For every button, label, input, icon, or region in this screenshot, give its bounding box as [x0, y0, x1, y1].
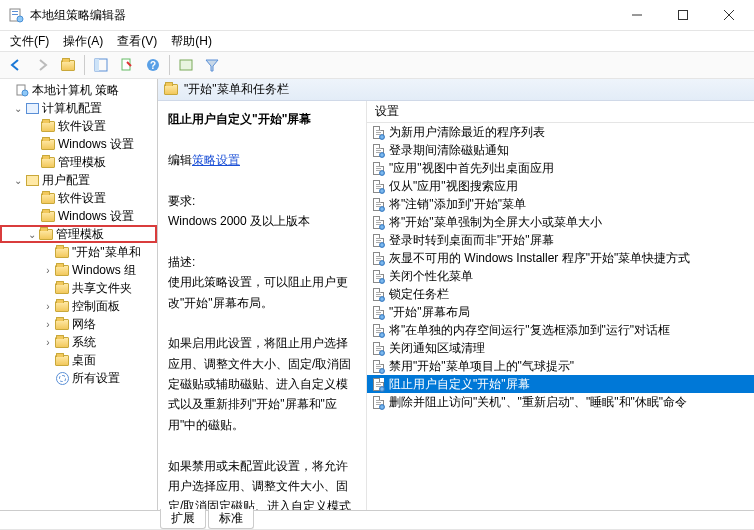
menu-file[interactable]: 文件(F): [4, 31, 55, 52]
tree-item[interactable]: 软件设置: [0, 189, 157, 207]
policy-icon: [371, 161, 385, 175]
settings-label: 仅从"应用"视图搜索应用: [389, 178, 518, 195]
tree-item[interactable]: 共享文件夹: [0, 279, 157, 297]
tree-item[interactable]: ›Windows 组: [0, 261, 157, 279]
export-list-button[interactable]: [115, 54, 139, 76]
settings-label: 锁定任务栏: [389, 286, 449, 303]
settings-header[interactable]: 设置: [367, 101, 754, 123]
description-label: 描述:: [168, 255, 195, 269]
settings-label: 关闭个性化菜单: [389, 268, 473, 285]
policy-icon: [371, 305, 385, 319]
app-icon: [8, 7, 24, 23]
settings-row[interactable]: 阻止用户自定义"开始"屏幕: [367, 375, 754, 393]
policy-icon: [371, 179, 385, 193]
policy-icon: [371, 215, 385, 229]
settings-list[interactable]: 为新用户清除最近的程序列表登录期间清除磁贴通知"应用"视图中首先列出桌面应用仅从…: [367, 123, 754, 510]
settings-label: "应用"视图中首先列出桌面应用: [389, 160, 554, 177]
tree-item[interactable]: Windows 设置: [0, 207, 157, 225]
tree-item[interactable]: 桌面: [0, 351, 157, 369]
tree-start-menu[interactable]: "开始"菜单和: [0, 243, 157, 261]
properties-button[interactable]: [174, 54, 198, 76]
settings-row[interactable]: "应用"视图中首先列出桌面应用: [367, 159, 754, 177]
window-title: 本地组策略编辑器: [30, 7, 614, 24]
svg-point-3: [17, 16, 23, 22]
requirements-label: 要求:: [168, 194, 195, 208]
settings-label: 为新用户清除最近的程序列表: [389, 124, 545, 141]
content-header: "开始"菜单和任务栏: [158, 79, 754, 101]
policy-icon: [371, 269, 385, 283]
policy-icon: [371, 395, 385, 409]
close-button[interactable]: [706, 0, 752, 30]
settings-row[interactable]: 删除并阻止访问"关机"、"重新启动"、"睡眠"和"休眠"命令: [367, 393, 754, 411]
tree-root[interactable]: 本地计算机 策略: [0, 81, 157, 99]
tree-item[interactable]: ›网络: [0, 315, 157, 333]
settings-row[interactable]: 禁用"开始"菜单项目上的"气球提示": [367, 357, 754, 375]
settings-row[interactable]: 将"开始"菜单强制为全屏大小或菜单大小: [367, 213, 754, 231]
settings-row[interactable]: 灰显不可用的 Windows Installer 程序"开始"菜单快捷方式: [367, 249, 754, 267]
settings-row[interactable]: 关闭通知区域清理: [367, 339, 754, 357]
tree-item[interactable]: ›系统: [0, 333, 157, 351]
policy-icon: [371, 143, 385, 157]
settings-label: 登录时转到桌面而非"开始"屏幕: [389, 232, 554, 249]
filter-button[interactable]: [200, 54, 224, 76]
settings-label: 关闭通知区域清理: [389, 340, 485, 357]
menu-action[interactable]: 操作(A): [57, 31, 109, 52]
svg-rect-13: [180, 60, 192, 70]
show-hide-tree-button[interactable]: [89, 54, 113, 76]
minimize-button[interactable]: [614, 0, 660, 30]
tree-item[interactable]: 管理模板: [0, 153, 157, 171]
expand-icon[interactable]: ›: [42, 319, 54, 330]
tab-extended[interactable]: 扩展: [160, 509, 206, 529]
edit-policy-link[interactable]: 策略设置: [192, 153, 240, 167]
policy-icon: [371, 341, 385, 355]
settings-row[interactable]: 将"在单独的内存空间运行"复选框添加到"运行"对话框: [367, 321, 754, 339]
settings-row[interactable]: 登录时转到桌面而非"开始"屏幕: [367, 231, 754, 249]
settings-label: 禁用"开始"菜单项目上的"气球提示": [389, 358, 574, 375]
menubar: 文件(F) 操作(A) 查看(V) 帮助(H): [0, 31, 754, 51]
settings-label: 将"在单独的内存空间运行"复选框添加到"运行"对话框: [389, 322, 670, 339]
expand-icon[interactable]: ›: [42, 265, 54, 276]
tree-item[interactable]: ›控制面板: [0, 297, 157, 315]
policy-icon: [371, 125, 385, 139]
policy-icon: [371, 233, 385, 247]
back-button[interactable]: [4, 54, 28, 76]
tree-admin-templates[interactable]: ⌄管理模板: [0, 225, 157, 243]
settings-row[interactable]: 仅从"应用"视图搜索应用: [367, 177, 754, 195]
svg-rect-1: [12, 11, 18, 12]
help-button[interactable]: ?: [141, 54, 165, 76]
forward-button[interactable]: [30, 54, 54, 76]
tree-item[interactable]: Windows 设置: [0, 135, 157, 153]
menu-view[interactable]: 查看(V): [111, 31, 163, 52]
policy-icon: [371, 359, 385, 373]
up-button[interactable]: [56, 54, 80, 76]
tree-computer-config[interactable]: ⌄计算机配置: [0, 99, 157, 117]
tree-user-config[interactable]: ⌄用户配置: [0, 171, 157, 189]
settings-row[interactable]: 关闭个性化菜单: [367, 267, 754, 285]
description-text: 使用此策略设置，可以阻止用户更改"开始"屏幕布局。: [168, 275, 348, 309]
settings-label: 阻止用户自定义"开始"屏幕: [389, 376, 530, 393]
settings-label: 删除并阻止访问"关机"、"重新启动"、"睡眠"和"休眠"命令: [389, 394, 687, 411]
settings-row[interactable]: 为新用户清除最近的程序列表: [367, 123, 754, 141]
settings-row[interactable]: 将"注销"添加到"开始"菜单: [367, 195, 754, 213]
settings-label: 将"开始"菜单强制为全屏大小或菜单大小: [389, 214, 602, 231]
collapse-icon[interactable]: ⌄: [26, 229, 38, 240]
content-title: "开始"菜单和任务栏: [184, 81, 289, 98]
settings-label: "开始"屏幕布局: [389, 304, 470, 321]
tab-standard[interactable]: 标准: [208, 509, 254, 529]
settings-row[interactable]: 锁定任务栏: [367, 285, 754, 303]
tree-item[interactable]: 软件设置: [0, 117, 157, 135]
maximize-button[interactable]: [660, 0, 706, 30]
collapse-icon[interactable]: ⌄: [12, 103, 24, 114]
expand-icon[interactable]: ›: [42, 301, 54, 312]
policy-icon: [371, 287, 385, 301]
menu-help[interactable]: 帮助(H): [165, 31, 218, 52]
collapse-icon[interactable]: ⌄: [12, 175, 24, 186]
policy-title: 阻止用户自定义"开始"屏幕: [168, 112, 311, 126]
tree-item[interactable]: 所有设置: [0, 369, 157, 387]
svg-rect-2: [12, 14, 18, 15]
expand-icon[interactable]: ›: [42, 337, 54, 348]
settings-row[interactable]: "开始"屏幕布局: [367, 303, 754, 321]
settings-label: 将"注销"添加到"开始"菜单: [389, 196, 526, 213]
tree-pane[interactable]: 本地计算机 策略 ⌄计算机配置 软件设置 Windows 设置 管理模板 ⌄用户…: [0, 79, 158, 510]
settings-row[interactable]: 登录期间清除磁贴通知: [367, 141, 754, 159]
